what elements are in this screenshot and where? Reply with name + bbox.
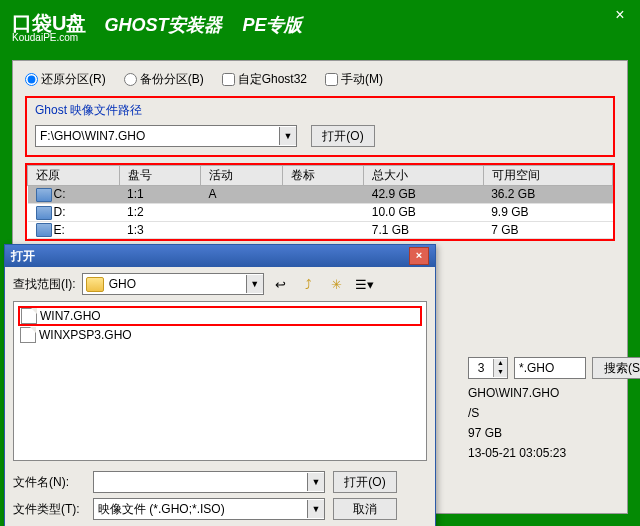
new-folder-icon[interactable]: ✳ — [326, 273, 348, 295]
count-input[interactable] — [469, 360, 493, 376]
dialog-cancel-button[interactable]: 取消 — [333, 498, 397, 520]
file-name: WIN7.GHO — [40, 309, 101, 323]
open-button[interactable]: 打开(O) — [311, 125, 375, 147]
file-item[interactable]: WINXPSP3.GHO — [18, 326, 422, 344]
logo-subtext: KoudaiPE.com — [12, 33, 86, 43]
file-name: WINXPSP3.GHO — [39, 328, 132, 342]
filetype-label: 文件类型(T): — [13, 501, 85, 518]
filename-label: 文件名(N): — [13, 474, 85, 491]
dialog-titlebar[interactable]: 打开 × — [5, 245, 435, 267]
search-button[interactable]: 搜索(S) — [592, 357, 640, 379]
check-custom-input[interactable] — [222, 73, 235, 86]
close-button[interactable]: × — [608, 4, 632, 26]
title-bar: 口袋U盘 KoudaiPE.com GHOST安装器 PE专版 × — [0, 0, 640, 50]
ext-combo[interactable]: ▼ — [514, 357, 586, 379]
filename-input[interactable] — [94, 475, 307, 489]
col-disk[interactable]: 盘号 — [119, 166, 201, 186]
dialog-open-button[interactable]: 打开(O) — [333, 471, 397, 493]
chevron-down-icon[interactable]: ▼ — [307, 500, 324, 518]
ghost-path-input[interactable] — [36, 129, 279, 143]
dialog-title: 打开 — [11, 248, 35, 265]
mode-radios: 还原分区(R) 备份分区(B) 自定Ghost32 手动(M) — [25, 71, 615, 88]
view-menu-icon[interactable]: ☰▾ — [354, 273, 376, 295]
lookin-combo[interactable]: GHO ▼ — [82, 273, 264, 295]
app-logo: 口袋U盘 KoudaiPE.com — [12, 7, 86, 43]
check-manual[interactable]: 手动(M) — [325, 71, 383, 88]
table-row[interactable]: E:1:37.1 GB7 GB — [28, 221, 613, 239]
filetype-combo[interactable]: ▼ — [93, 498, 325, 520]
col-free[interactable]: 可用空间 — [483, 166, 612, 186]
dialog-close-button[interactable]: × — [409, 247, 429, 265]
radio-restore[interactable]: 还原分区(R) — [25, 71, 106, 88]
info-date: 13-05-21 03:05:23 — [468, 443, 640, 463]
table-header-row: 还原 盘号 活动 卷标 总大小 可用空间 — [28, 166, 613, 186]
info-panel: ▲▼ ▼ 搜索(S) GHO\WIN7.GHO /S 97 GB 13-05-2… — [468, 357, 640, 463]
app-title-installer: GHOST安装器 — [104, 13, 222, 37]
file-item[interactable]: WIN7.GHO — [18, 306, 422, 326]
partition-table: 还原 盘号 活动 卷标 总大小 可用空间 C:1:1A42.9 GB36.2 G… — [25, 163, 615, 241]
col-restore[interactable]: 还原 — [28, 166, 120, 186]
check-manual-input[interactable] — [325, 73, 338, 86]
chevron-down-icon[interactable]: ▼ — [246, 275, 263, 293]
drive-icon — [36, 223, 52, 237]
radio-restore-input[interactable] — [25, 73, 38, 86]
app-title-edition: PE专版 — [242, 13, 302, 37]
chevron-down-icon[interactable]: ▼ — [279, 127, 296, 145]
col-active[interactable]: 活动 — [201, 166, 283, 186]
radio-backup-input[interactable] — [124, 73, 137, 86]
info-fs: /S — [468, 403, 640, 423]
ghost-path-combo[interactable]: ▼ — [35, 125, 297, 147]
open-dialog: 打开 × 查找范围(I): GHO ▼ ↩ ⤴ ✳ ☰▾ WIN7.GHOWIN… — [4, 244, 436, 526]
chevron-up-icon[interactable]: ▲ — [493, 359, 507, 368]
folder-icon — [86, 277, 104, 292]
col-total[interactable]: 总大小 — [364, 166, 483, 186]
back-icon[interactable]: ↩ — [270, 273, 292, 295]
check-custom[interactable]: 自定Ghost32 — [222, 71, 307, 88]
lookin-folder: GHO — [107, 277, 246, 291]
file-icon — [21, 308, 37, 324]
file-icon — [20, 327, 36, 343]
table-row[interactable]: D:1:210.0 GB9.9 GB — [28, 203, 613, 221]
info-size: 97 GB — [468, 423, 640, 443]
drive-icon — [36, 188, 52, 202]
filetype-input[interactable] — [94, 502, 307, 516]
radio-backup[interactable]: 备份分区(B) — [124, 71, 204, 88]
filename-combo[interactable]: ▼ — [93, 471, 325, 493]
logo-text: 口袋U盘 — [12, 12, 86, 34]
chevron-down-icon[interactable]: ▼ — [307, 473, 324, 491]
table-row[interactable]: C:1:1A42.9 GB36.2 GB — [28, 186, 613, 204]
lookin-label: 查找范围(I): — [13, 276, 76, 293]
chevron-down-icon[interactable]: ▼ — [493, 368, 507, 377]
col-label[interactable]: 卷标 — [282, 166, 364, 186]
ghost-path-group: Ghost 映像文件路径 ▼ 打开(O) — [25, 96, 615, 157]
drive-icon — [36, 206, 52, 220]
file-list[interactable]: WIN7.GHOWINXPSP3.GHO — [13, 301, 427, 461]
count-spinner[interactable]: ▲▼ — [468, 357, 508, 379]
ghost-path-title: Ghost 映像文件路径 — [35, 102, 605, 119]
info-path: GHO\WIN7.GHO — [468, 383, 640, 403]
up-folder-icon[interactable]: ⤴ — [298, 273, 320, 295]
